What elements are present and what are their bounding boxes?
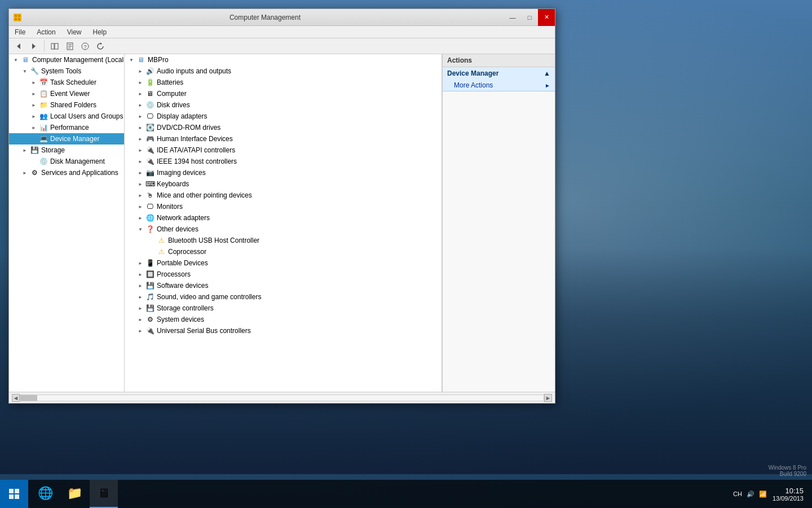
menu-item-action[interactable]: Action <box>31 27 61 37</box>
expander-other[interactable]: ▼ <box>136 225 145 234</box>
tree-item-system-tools[interactable]: ▼ 🔧 System Tools <box>9 65 124 77</box>
device-imaging[interactable]: ► 📷 Imaging devices <box>125 167 442 178</box>
device-sound[interactable]: ► 🎵 Sound, video and game controllers <box>125 291 442 303</box>
left-panel[interactable]: ▼ 🖥 Computer Management (Local ▼ 🔧 Syste… <box>9 54 125 392</box>
expander-services-apps[interactable]: ► <box>20 168 29 177</box>
expander-event-viewer[interactable]: ► <box>29 89 38 98</box>
refresh-button[interactable] <box>94 40 107 52</box>
forward-button[interactable] <box>27 40 41 52</box>
tree-item-computer-mgmt[interactable]: ▼ 🖥 Computer Management (Local <box>9 54 124 65</box>
expander-display[interactable]: ► <box>136 112 145 121</box>
properties-button[interactable] <box>63 40 77 52</box>
expander-mice[interactable]: ► <box>136 191 145 200</box>
tree-item-disk-management[interactable]: ► 💿 Disk Management <box>9 156 124 167</box>
expander-software[interactable]: ► <box>136 281 145 290</box>
expander-shared-folders[interactable]: ► <box>29 100 38 110</box>
taskbar-clock[interactable]: 10:15 13/09/2013 <box>773 487 809 502</box>
expander-mbpro[interactable]: ▼ <box>127 55 136 64</box>
menu-item-help[interactable]: Help <box>87 27 113 37</box>
expander-imaging[interactable]: ► <box>136 168 145 177</box>
device-processors[interactable]: ► 🔲 Processors <box>125 269 442 280</box>
device-software[interactable]: ► 💾 Software devices <box>125 280 442 291</box>
expander-batteries[interactable]: ► <box>136 78 145 87</box>
menu-item-file[interactable]: File <box>9 27 31 37</box>
action-section-header-device-manager[interactable]: Device Manager ▲ <box>443 67 555 80</box>
device-usb[interactable]: ► 🔌 Universal Serial Bus controllers <box>125 325 442 336</box>
minimize-button[interactable]: — <box>504 9 521 26</box>
tree-item-local-users[interactable]: ► 👥 Local Users and Groups <box>9 111 124 122</box>
help-button[interactable]: ? <box>78 40 92 52</box>
device-display[interactable]: ► 🖵 Display adapters <box>125 111 442 122</box>
icon-coprocessor-warning: ⚠ <box>156 247 166 256</box>
expander-keyboards[interactable]: ► <box>136 179 145 189</box>
expander-usb[interactable]: ► <box>136 326 145 335</box>
taskbar-item-compmgmt[interactable]: 🖥 <box>90 480 118 508</box>
device-root-mbpro[interactable]: ▼ 🖥 MBPro <box>125 54 442 65</box>
middle-panel[interactable]: ▼ 🖥 MBPro ► 🔊 Audio inputs and outputs ►… <box>125 54 442 392</box>
device-audio[interactable]: ► 🔊 Audio inputs and outputs <box>125 65 442 77</box>
device-monitors[interactable]: ► 🖵 Monitors <box>125 201 442 212</box>
action-more-actions[interactable]: More Actions ► <box>443 80 555 91</box>
device-ieee1394[interactable]: ► 🔌 IEEE 1394 host controllers <box>125 156 442 167</box>
expander-performance[interactable]: ► <box>29 123 38 132</box>
tree-item-task-scheduler[interactable]: ► 📅 Task Scheduler <box>9 77 124 88</box>
scrollbar-thumb[interactable] <box>20 395 37 401</box>
tree-item-device-manager[interactable]: ► 💻 Device Manager <box>9 133 124 144</box>
icon-sound: 🎵 <box>145 292 155 301</box>
scrollbar-area[interactable]: ◄ ► <box>12 394 552 402</box>
maximize-button[interactable]: □ <box>521 9 538 26</box>
taskbar-item-ie[interactable]: 🌐 <box>31 480 59 508</box>
expander-system-tools[interactable]: ▼ <box>20 67 29 76</box>
device-coprocessor[interactable]: ► ⚠ Coprocessor <box>125 246 442 257</box>
device-disk-drives[interactable]: ► 💿 Disk drives <box>125 99 442 111</box>
device-storage-ctrl[interactable]: ► 💾 Storage controllers <box>125 303 442 314</box>
expander-dvd[interactable]: ► <box>136 123 145 132</box>
expander-local-users[interactable]: ► <box>29 112 38 121</box>
scroll-right-button[interactable]: ► <box>544 394 552 402</box>
start-button[interactable] <box>0 480 28 508</box>
taskbar-item-explorer[interactable]: 📁 <box>60 480 89 508</box>
back-button[interactable] <box>12 40 25 52</box>
expander-disk-drives[interactable]: ► <box>136 100 145 110</box>
device-ide[interactable]: ► 🔌 IDE ATA/ATAPI controllers <box>125 144 442 156</box>
device-mice[interactable]: ► 🖱 Mice and other pointing devices <box>125 190 442 201</box>
device-dvd[interactable]: ► 💽 DVD/CD-ROM drives <box>125 122 442 133</box>
tree-item-performance[interactable]: ► 📊 Performance <box>9 122 124 133</box>
device-batteries[interactable]: ► 🔋 Batteries <box>125 77 442 88</box>
tree-item-services-apps[interactable]: ► ⚙ Services and Applications <box>9 167 124 178</box>
expander-ieee1394[interactable]: ► <box>136 157 145 166</box>
device-keyboards[interactable]: ► ⌨ Keyboards <box>125 178 442 190</box>
device-network[interactable]: ► 🌐 Network adapters <box>125 212 442 224</box>
expander-ide[interactable]: ► <box>136 146 145 155</box>
expander-storage-ctrl[interactable]: ► <box>136 304 145 313</box>
expander-hid[interactable]: ► <box>136 134 145 143</box>
device-hid[interactable]: ► 🎮 Human Interface Devices <box>125 133 442 144</box>
tree-item-event-viewer[interactable]: ► 📋 Event Viewer <box>9 88 124 99</box>
device-bluetooth[interactable]: ► ⚠ Bluetooth USB Host Controller <box>125 235 442 246</box>
show-console-tree-button[interactable] <box>48 40 61 52</box>
expander-sound[interactable]: ► <box>136 292 145 301</box>
device-other[interactable]: ▼ ❓ Other devices <box>125 224 442 235</box>
expander-task-scheduler[interactable]: ► <box>29 78 38 87</box>
tree-item-shared-folders[interactable]: ► 📁 Shared Folders <box>9 99 124 111</box>
close-button[interactable]: ✕ <box>538 9 555 26</box>
scroll-left-button[interactable]: ◄ <box>12 394 20 402</box>
tree-item-storage[interactable]: ► 💾 Storage <box>9 144 124 156</box>
label-keyboards: Keyboards <box>157 180 189 188</box>
tray-network-icon[interactable]: 📶 <box>759 491 767 498</box>
device-portable[interactable]: ► 📱 Portable Devices <box>125 257 442 269</box>
device-computer[interactable]: ► 🖥 Computer <box>125 88 442 99</box>
scrollbar-track[interactable] <box>20 395 544 401</box>
expander-portable[interactable]: ► <box>136 259 145 268</box>
expander-computer-mgmt[interactable]: ▼ <box>11 55 20 64</box>
device-system[interactable]: ► ⚙ System devices <box>125 314 442 325</box>
expander-storage[interactable]: ► <box>20 146 29 155</box>
expander-network[interactable]: ► <box>136 213 145 222</box>
tray-volume-icon[interactable]: 🔊 <box>747 491 754 498</box>
expander-computer[interactable]: ► <box>136 89 145 98</box>
expander-monitors[interactable]: ► <box>136 202 145 211</box>
expander-processors[interactable]: ► <box>136 270 145 279</box>
expander-system[interactable]: ► <box>136 315 145 324</box>
menu-item-view[interactable]: View <box>61 27 87 37</box>
expander-audio[interactable]: ► <box>136 67 145 76</box>
